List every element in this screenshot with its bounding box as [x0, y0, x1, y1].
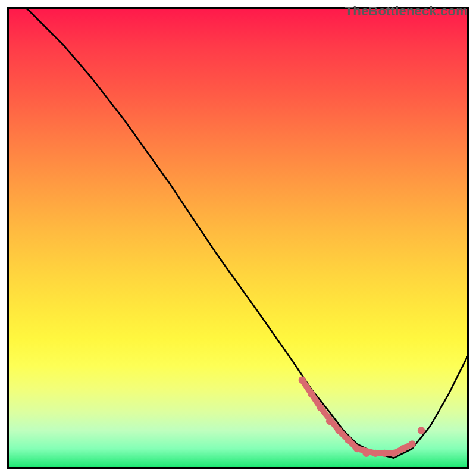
valley-dot [299, 377, 306, 384]
bottleneck-curve [27, 9, 467, 458]
chart-svg [9, 9, 467, 467]
valley-dot [408, 440, 415, 447]
watermark-text: TheBottleneck.com [345, 4, 468, 19]
valley-dot [353, 445, 361, 452]
valley-dot [381, 450, 388, 457]
valley-dot [418, 427, 425, 434]
valley-dot [326, 418, 333, 425]
valley-dot [308, 390, 315, 397]
valley-dot [399, 445, 406, 452]
valley-dot [335, 427, 342, 434]
valley-highlight [302, 380, 412, 453]
valley-dot [372, 450, 379, 457]
chart-container: TheBottleneck.com [0, 0, 476, 476]
valley-dot [362, 450, 369, 457]
valley-dot [345, 436, 352, 443]
valley-dot [317, 404, 324, 411]
valley-dot [390, 450, 397, 457]
